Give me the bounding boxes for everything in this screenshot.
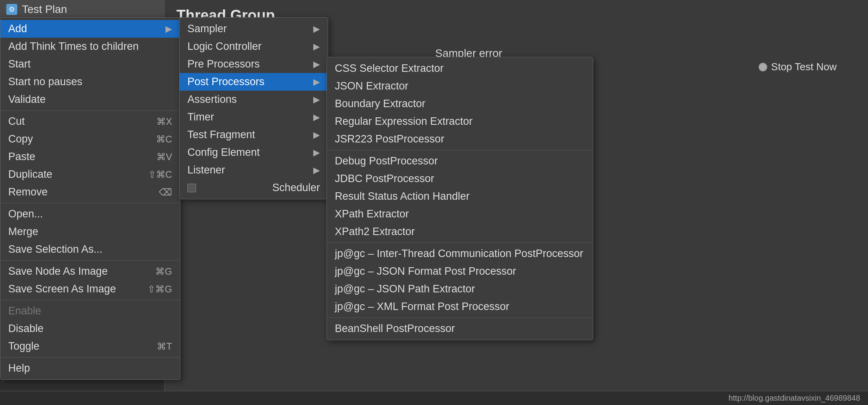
menu-item-label: Paste — [8, 151, 35, 163]
status-bar: http://blog.gastdinatavsixin_46989848 — [0, 391, 868, 405]
menu-item-label: Test Fragment — [187, 129, 255, 141]
menu-item-label: Result Status Action Handler — [335, 190, 470, 202]
menu-item-save-screen-img[interactable]: Save Screen As Image ⇧⌘G — [0, 280, 180, 298]
menu-item-label: Add Think Times to children — [8, 40, 139, 53]
test-plan-icon: ⚙ — [6, 4, 17, 15]
menu-item-assertions[interactable]: Assertions ▶ — [180, 91, 328, 108]
menu-separator-4 — [0, 300, 180, 300]
menu-item-label: Cut — [8, 115, 25, 128]
menu-item-jpgc-inter-thread[interactable]: jp@gc – Inter-Thread Communication PostP… — [327, 245, 593, 263]
submenu-arrow-icon: ▶ — [313, 42, 320, 52]
menu-item-label: Remove — [8, 186, 48, 198]
menu-item-help[interactable]: Help — [0, 359, 180, 377]
menu-item-label: Help — [8, 362, 30, 374]
menu-item-label: Pre Processors — [187, 58, 260, 70]
scheduler-checkbox-icon — [187, 184, 196, 192]
submenu-arrow-icon: ▶ — [313, 24, 320, 34]
menu-item-label: jp@gc – Inter-Thread Communication PostP… — [335, 248, 583, 260]
menu-item-label: Validate — [8, 93, 46, 106]
menu-item-xpath-extractor[interactable]: XPath Extractor — [327, 205, 593, 223]
menu-item-label: Start — [8, 58, 31, 70]
menu-item-regex-extractor[interactable]: Regular Expression Extractor — [327, 113, 593, 130]
menu-item-save-selection[interactable]: Save Selection As... — [0, 241, 180, 258]
menu-item-label: Post Processors — [187, 76, 265, 88]
menu-shortcut: ⇧⌘C — [148, 169, 172, 180]
menu-item-label: BeanShell PostProcessor — [335, 323, 455, 335]
menu-item-start[interactable]: Start — [0, 55, 180, 73]
menu-item-label: Duplicate — [8, 168, 53, 181]
menu-item-enable[interactable]: Enable — [0, 302, 180, 320]
submenu-arrow-icon: ▶ — [313, 95, 320, 105]
context-menu-1: Add ▶ Add Think Times to children Start … — [0, 17, 180, 380]
menu-item-validate[interactable]: Validate — [0, 91, 180, 108]
menu-item-label: Assertions — [187, 93, 237, 106]
menu-item-open[interactable]: Open... — [0, 205, 180, 223]
menu-separator-pp-1 — [327, 150, 593, 150]
menu-item-scheduler-add[interactable]: Scheduler — [180, 179, 328, 197]
menu-separator-2 — [0, 203, 180, 203]
menu-item-json-extractor[interactable]: JSON Extractor — [327, 77, 593, 95]
menu-item-label: Open... — [8, 208, 43, 220]
menu-item-label: Disable — [8, 323, 44, 335]
menu-item-beanshell-pp[interactable]: BeanShell PostProcessor — [327, 320, 593, 338]
menu-item-jpgc-json-path[interactable]: jp@gc – JSON Path Extractor — [327, 280, 593, 298]
menu-item-logic-controller[interactable]: Logic Controller ▶ — [180, 38, 328, 55]
menu-shortcut: ⌘C — [156, 134, 172, 145]
menu-item-jpgc-xml-format[interactable]: jp@gc – XML Format Post Processor — [327, 298, 593, 316]
context-menu-3: CSS Selector Extractor JSON Extractor Bo… — [327, 57, 593, 340]
menu-item-label: Listener — [187, 164, 225, 176]
menu-item-jsr223-pp[interactable]: JSR223 PostProcessor — [327, 130, 593, 148]
menu-item-config-element[interactable]: Config Element ▶ — [180, 144, 328, 161]
menu-item-copy[interactable]: Copy ⌘C — [0, 130, 180, 148]
menu-item-post-processors[interactable]: Post Processors ▶ — [180, 73, 328, 91]
menu-item-cut[interactable]: Cut ⌘X — [0, 113, 180, 130]
menu-item-remove[interactable]: Remove ⌫ — [0, 183, 180, 201]
menu-item-add[interactable]: Add ▶ — [0, 20, 180, 38]
sidebar-item-label: Test Plan — [22, 3, 67, 16]
submenu-arrow-icon: ▶ — [313, 77, 320, 87]
menu-item-label: Sampler — [187, 23, 227, 35]
menu-item-save-node-img[interactable]: Save Node As Image ⌘G — [0, 263, 180, 280]
menu-item-jdbc-pp[interactable]: JDBC PostProcessor — [327, 170, 593, 188]
menu-item-label: Scheduler — [272, 182, 320, 194]
menu-item-label: Merge — [8, 226, 38, 238]
menu-shortcut: ⌫ — [159, 187, 172, 198]
submenu-arrow-icon: ▶ — [313, 59, 320, 69]
menu-separator-5 — [0, 357, 180, 358]
menu-item-result-status[interactable]: Result Status Action Handler — [327, 188, 593, 205]
menu-item-label: CSS Selector Extractor — [335, 62, 444, 75]
menu-item-label: Add — [8, 23, 27, 35]
menu-item-sampler[interactable]: Sampler ▶ — [180, 20, 328, 38]
menu-item-label: Start no pauses — [8, 76, 82, 88]
menu-item-jpgc-json-format[interactable]: jp@gc – JSON Format Post Processor — [327, 263, 593, 280]
menu-item-debug-pp[interactable]: Debug PostProcessor — [327, 152, 593, 170]
menu-item-pre-processors[interactable]: Pre Processors ▶ — [180, 55, 328, 73]
submenu-arrow-icon: ▶ — [313, 112, 320, 122]
sidebar-item-test-plan[interactable]: ⚙ Test Plan — [0, 0, 164, 19]
menu-item-merge[interactable]: Merge — [0, 223, 180, 241]
submenu-arrow-icon: ▶ — [165, 24, 172, 34]
menu-item-listener[interactable]: Listener ▶ — [180, 161, 328, 179]
menu-item-start-no-pauses[interactable]: Start no pauses — [0, 73, 180, 91]
menu-item-disable[interactable]: Disable — [0, 320, 180, 338]
context-menu-2: Sampler ▶ Logic Controller ▶ Pre Process… — [179, 17, 328, 199]
menu-item-test-fragment[interactable]: Test Fragment ▶ — [180, 126, 328, 144]
menu-item-toggle[interactable]: Toggle ⌘T — [0, 338, 180, 355]
menu-item-timer[interactable]: Timer ▶ — [180, 108, 328, 126]
menu-item-add-think-times[interactable]: Add Think Times to children — [0, 38, 180, 55]
stop-test-radio[interactable] — [759, 63, 767, 71]
menu-item-xpath2-extractor[interactable]: XPath2 Extractor — [327, 223, 593, 241]
stop-test-label: Stop Test Now — [771, 61, 837, 73]
menu-item-paste[interactable]: Paste ⌘V — [0, 148, 180, 166]
menu-separator-1 — [0, 110, 180, 111]
menu-item-label: JDBC PostProcessor — [335, 173, 434, 185]
menu-item-label: Boundary Extractor — [335, 98, 425, 110]
status-url: http://blog.gastdinatavsixin_46989848 — [728, 394, 860, 403]
menu-item-css-selector[interactable]: CSS Selector Extractor — [327, 60, 593, 77]
menu-item-label: Debug PostProcessor — [335, 155, 438, 167]
menu-item-boundary-extractor[interactable]: Boundary Extractor — [327, 95, 593, 113]
stop-test-area: Stop Test Now — [759, 61, 837, 73]
menu-item-duplicate[interactable]: Duplicate ⇧⌘C — [0, 166, 180, 183]
menu-item-label: Save Selection As... — [8, 243, 102, 255]
menu-shortcut: ⌘X — [156, 116, 172, 127]
